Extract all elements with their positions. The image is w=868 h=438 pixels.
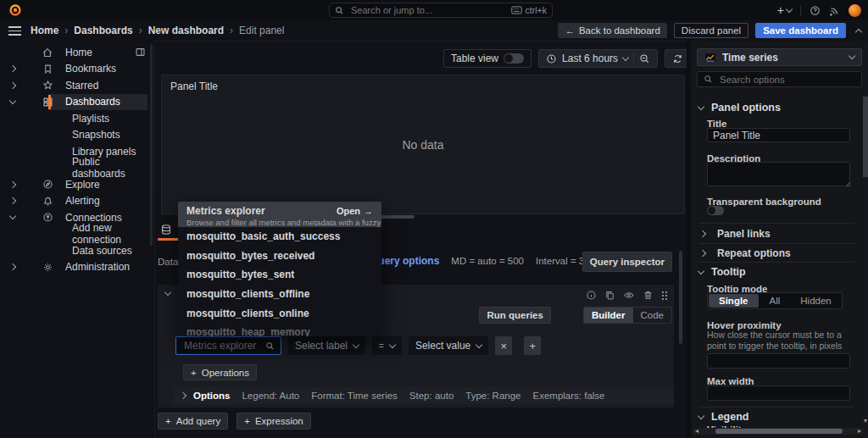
save-dashboard-button[interactable]: Save dashboard: [755, 23, 846, 38]
builder-mode[interactable]: Builder: [584, 308, 633, 323]
sidebar-item-add-new-connection[interactable]: Add new connection: [0, 226, 154, 243]
horizontal-scroll-thumb[interactable]: [715, 429, 843, 434]
breadcrumb-dashboards[interactable]: Dashboards: [74, 25, 132, 36]
sidebar-item-playlists[interactable]: Playlists: [0, 110, 154, 127]
panel-options-section[interactable]: Panel options: [698, 102, 781, 114]
sidebar-item-administration[interactable]: Administration: [0, 259, 154, 276]
table-view-switch[interactable]: [504, 53, 524, 64]
discard-panel-button[interactable]: Discard panel: [674, 23, 748, 38]
step-meta: Step: auto: [409, 391, 453, 401]
description-textarea[interactable]: [707, 162, 850, 186]
metric-option[interactable]: mosquitto_clients_offline: [178, 285, 381, 304]
global-search[interactable]: ctrl+k: [329, 3, 553, 18]
code-mode[interactable]: Code: [633, 308, 672, 323]
panel-title-input[interactable]: [707, 128, 850, 142]
value-select[interactable]: Select value: [409, 336, 488, 355]
trash-icon[interactable]: [643, 290, 654, 301]
legend-meta: Legend: Auto: [242, 391, 299, 401]
metric-option[interactable]: mosquitto_clients_online: [178, 303, 381, 323]
scroll-right-arrow-icon[interactable]: ▸: [858, 427, 861, 435]
news-icon[interactable]: [829, 5, 840, 16]
metric-option[interactable]: mosquitto_bytes_received: [178, 247, 381, 266]
sidebar-item-snapshots[interactable]: Snapshots: [0, 127, 154, 144]
transparent-background-label: Transparent background: [707, 197, 821, 207]
user-avatar[interactable]: [849, 4, 861, 17]
search-options-box[interactable]: [697, 71, 862, 87]
sidebar-item-data-sources[interactable]: Data sources: [0, 242, 154, 259]
builder-code-switch[interactable]: Builder Code: [583, 307, 672, 324]
breadcrumb-bar: Home › Dashboards › New dashboard › Edit…: [0, 20, 868, 42]
visualization-picker[interactable]: Time series: [697, 48, 862, 66]
sidebar-item-dashboards[interactable]: Dashboards: [0, 94, 154, 111]
divider: [698, 223, 854, 224]
search-options-input[interactable]: [718, 74, 855, 86]
run-queries-button[interactable]: Run queries: [479, 307, 550, 324]
sidebar-item-bookmarks[interactable]: Bookmarks: [0, 61, 154, 78]
bell-icon: [41, 196, 54, 207]
table-view-toggle[interactable]: Table view: [443, 49, 531, 68]
metric-search-input[interactable]: [182, 339, 260, 352]
max-width-input[interactable]: [707, 385, 850, 401]
time-range-picker[interactable]: Last 6 hours: [538, 49, 658, 68]
metric-select[interactable]: [175, 336, 281, 355]
tooltip-section[interactable]: Tooltip: [698, 266, 746, 278]
breadcrumb-edit-panel: Edit panel: [239, 25, 284, 36]
query-tab[interactable]: [160, 224, 172, 236]
sidebar-item-alerting[interactable]: Alerting: [0, 193, 154, 210]
connections-icon: [41, 212, 54, 223]
metric-option[interactable]: mosquitto_bytes_sent: [178, 265, 381, 285]
sidebar-item-starred[interactable]: Starred: [0, 77, 154, 94]
menu-icon[interactable]: [8, 26, 21, 36]
metrics-explorer-title: Metrics explorer: [186, 205, 265, 217]
sidebar-item-home[interactable]: Home: [0, 44, 154, 61]
transparent-background-switch[interactable]: [707, 206, 724, 215]
resize-grip-icon[interactable]: [845, 181, 850, 186]
back-to-dashboard-button[interactable]: ←Back to dashboard: [558, 23, 666, 38]
operator-select[interactable]: =: [372, 336, 402, 355]
vertical-scrollbar[interactable]: ▾: [863, 41, 868, 438]
label-select[interactable]: Select label: [288, 336, 365, 355]
metric-option[interactable]: mosquitto_heap_memory: [178, 323, 381, 336]
remove-filter-button[interactable]: ×: [495, 336, 512, 355]
search-input[interactable]: [349, 4, 506, 16]
query-options-summary[interactable]: Options Legend: Auto Format: Time series…: [174, 387, 674, 404]
tooltip-mode-all[interactable]: All: [760, 293, 791, 308]
zoom-out-icon[interactable]: [639, 53, 650, 64]
scroll-left-arrow-icon[interactable]: ◂: [695, 427, 698, 435]
mega-menu-scrollbar[interactable]: [150, 44, 153, 246]
horizontal-scrollbar[interactable]: ◂ ▸: [693, 428, 863, 435]
add-operations-button[interactable]: +Operations: [183, 364, 257, 380]
tooltip-mode-hidden[interactable]: Hidden: [790, 293, 841, 308]
add-menu-button[interactable]: +: [777, 3, 792, 17]
repeat-options-section[interactable]: Repeat options: [700, 247, 791, 259]
add-filter-button[interactable]: +: [524, 336, 541, 355]
panel-links-section[interactable]: Panel links: [700, 228, 771, 240]
info-icon[interactable]: [586, 290, 597, 301]
add-query-button[interactable]: +Add query: [158, 413, 228, 430]
metric-option[interactable]: mosquitto_basic_auth_success: [178, 227, 381, 247]
grafana-logo[interactable]: [8, 3, 22, 17]
metrics-explorer-open-link[interactable]: Open→: [337, 206, 373, 216]
vertical-scroll-thumb[interactable]: [863, 97, 868, 177]
drag-handle-icon[interactable]: [661, 291, 667, 300]
legend-section[interactable]: Legend: [698, 411, 748, 423]
help-icon[interactable]: [810, 5, 821, 16]
duplicate-icon[interactable]: [604, 290, 615, 301]
add-expression-button[interactable]: +Expression: [236, 413, 311, 430]
breadcrumb-new-dashboard[interactable]: New dashboard: [148, 25, 224, 36]
scroll-down-arrow-icon[interactable]: ▾: [863, 417, 868, 424]
editor-scrollbar[interactable]: [679, 251, 682, 344]
clock-icon: [546, 53, 557, 64]
plus-icon: +: [529, 340, 536, 352]
hover-proximity-input[interactable]: [707, 353, 850, 369]
query-row-collapse-icon[interactable]: [164, 289, 171, 296]
query-inspector-button[interactable]: Query inspector: [582, 252, 672, 272]
panel-title: Panel Title: [170, 80, 218, 92]
dock-menu-icon[interactable]: [135, 47, 146, 58]
breadcrumb-home[interactable]: Home: [31, 25, 58, 36]
collapse-header-icon[interactable]: [855, 28, 862, 35]
tooltip-mode-single[interactable]: Single: [709, 294, 759, 308]
refresh-icon: [672, 53, 683, 64]
eye-icon[interactable]: [623, 290, 635, 301]
sidebar-item-public-dashboards[interactable]: Public dashboards: [0, 160, 154, 177]
